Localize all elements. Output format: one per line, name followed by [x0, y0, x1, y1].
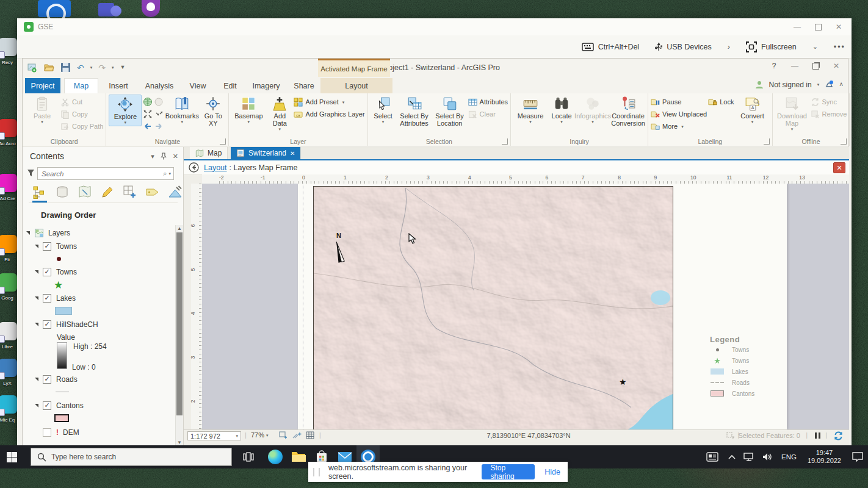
network-icon[interactable] — [740, 445, 758, 468]
snapping-icon[interactable] — [292, 431, 302, 439]
select-by-attributes-button[interactable]: Select By Attributes — [397, 95, 432, 128]
symbol-row[interactable] — [35, 253, 61, 265]
ribbon-tab-insert[interactable]: Insert — [101, 78, 136, 93]
ribbon-tab-project[interactable]: Project — [25, 78, 60, 93]
add-graphics-layer-button[interactable]: caAdd Graphics Layer — [294, 108, 364, 120]
attributes-button[interactable]: Attributes — [468, 96, 508, 108]
volume-icon[interactable] — [758, 445, 776, 468]
roads-line-symbol[interactable] — [56, 392, 69, 392]
contents-tab-order[interactable] — [32, 184, 47, 203]
stop-sharing-button[interactable]: Stop sharing — [482, 464, 535, 479]
task-view-button[interactable] — [237, 445, 260, 468]
layer-checkbox[interactable] — [43, 428, 51, 437]
view-tab-map[interactable]: Map — [190, 147, 228, 159]
remove-button[interactable]: Remove — [811, 108, 847, 120]
close-pane-icon[interactable]: ✕ — [173, 152, 178, 160]
view-unplaced-button[interactable]: View Unplaced — [651, 108, 707, 120]
clear-button[interactable]: Clear — [468, 108, 508, 120]
layer-name[interactable]: Cantons — [56, 401, 84, 410]
layer-checkbox[interactable]: ✓ — [43, 268, 51, 276]
back-button[interactable] — [189, 162, 199, 173]
edge-browser-icon[interactable] — [264, 445, 287, 468]
desktop-icon-lyx[interactable]: LyX — [0, 359, 18, 393]
map-legend[interactable]: Legend Towns★TownsLakesRoadsCantons — [710, 335, 777, 399]
locate-button[interactable]: Locate▾ — [549, 95, 574, 125]
zoom-cluster-button[interactable] — [143, 108, 164, 120]
language-indicator[interactable]: ENG — [781, 453, 797, 461]
layer-checkbox[interactable]: ✓ — [43, 294, 51, 303]
filter-icon[interactable] — [27, 169, 35, 177]
pause-button[interactable]: Pause — [651, 96, 707, 108]
sync-button[interactable]: Sync — [811, 96, 847, 108]
bookmarks-button[interactable]: Bookmarks▾ — [165, 95, 199, 125]
symbol-row[interactable]: ★ — [35, 278, 63, 291]
expand-collapse-icon[interactable] — [35, 245, 38, 248]
expand-collapse-icon[interactable] — [35, 323, 38, 326]
desktop-icon-microsoft-app[interactable]: Mic Eq — [0, 395, 18, 429]
layer-item-lakes[interactable]: ✓Lakes — [35, 292, 76, 304]
desktop-icon-recycle-bin[interactable]: Recy — [0, 38, 18, 72]
layer-item-towns[interactable]: ✓Towns — [35, 265, 77, 278]
hide-sharing-bar-link[interactable]: Hide — [544, 468, 560, 476]
search-caret[interactable]: ▾ — [168, 171, 171, 176]
scale-combo-box[interactable]: 1:172 972▾ — [187, 431, 241, 440]
ribbon-tab-analysis[interactable]: Analysis — [139, 78, 180, 93]
fullscreen-dropdown-chevron[interactable]: ⌄ — [812, 43, 818, 51]
file-explorer-icon[interactable] — [287, 445, 310, 468]
dialog-launcher-icon[interactable] — [841, 138, 847, 145]
desktop-icon-adobe-creative-cloud[interactable]: Ad Cre — [0, 174, 18, 208]
ribbon-tab-share[interactable]: Share — [288, 78, 320, 93]
layer-name[interactable]: HillShadeCH — [56, 320, 98, 329]
collapse-ribbon-chevron[interactable]: ˄ — [839, 81, 843, 88]
zoom-combo-box[interactable]: 77%▾ — [251, 431, 269, 439]
sign-in-status[interactable]: Not signed in — [769, 81, 812, 89]
contents-search-input[interactable] — [38, 170, 163, 178]
ctrl-alt-del-button[interactable]: Ctrl+Alt+Del — [582, 43, 639, 51]
lakes-fill-symbol[interactable] — [55, 307, 72, 315]
ribbon-tab-layout[interactable]: Layout — [320, 78, 392, 93]
north-arrow[interactable]: N — [331, 232, 347, 264]
desktop-icon-adobe-acrobat[interactable]: Ac Acro — [0, 119, 18, 153]
desktop-icon-teams[interactable] — [95, 2, 126, 18]
gse-close-button[interactable]: ✕ — [828, 21, 849, 33]
gse-minimize-button[interactable]: — — [787, 21, 808, 33]
desktop-icon-google-chrome[interactable]: Goog — [0, 273, 18, 307]
paste-button[interactable]: Paste▾ — [25, 95, 59, 125]
infographics-button[interactable]: Infographics▾ — [576, 95, 610, 125]
expand-collapse-icon[interactable] — [35, 404, 38, 407]
expand-collapse-icon[interactable] — [35, 378, 38, 381]
layer-name[interactable]: DEM — [63, 428, 79, 437]
dialog-launcher-icon[interactable] — [220, 138, 226, 145]
layer-item-cantons[interactable]: ✓Cantons — [35, 399, 84, 412]
toolbar-more-button[interactable]: ••• — [834, 43, 845, 51]
grid-icon[interactable] — [306, 431, 314, 439]
copy-path-button[interactable]: Copy Path — [60, 120, 103, 132]
hidden-icons-chevron[interactable] — [724, 445, 740, 468]
pin-icon[interactable] — [161, 152, 167, 160]
contents-tab-edit[interactable] — [100, 184, 115, 201]
gse-maximize-button[interactable] — [808, 21, 828, 33]
notifications-bell-icon[interactable] — [825, 80, 834, 89]
close-activation-button[interactable]: ✕ — [833, 162, 845, 173]
widgets-icon[interactable] — [701, 445, 724, 468]
taskbar-search-box[interactable]: Type here to search — [31, 448, 232, 466]
breadcrumb-layout-link[interactable]: Layout — [204, 163, 227, 172]
layer-item-towns[interactable]: ✓Towns — [35, 240, 77, 253]
desktop-icon-libreoffice[interactable]: Libre — [0, 322, 18, 356]
contents-tab-snap[interactable] — [168, 184, 183, 201]
ribbon-tab-view[interactable]: View — [183, 78, 213, 93]
add-data-button[interactable]: Add Data▾ — [267, 95, 292, 132]
arcgis-close-button[interactable]: ✕ — [826, 60, 847, 72]
arcgis-help-button[interactable]: ? — [764, 60, 784, 72]
layer-checkbox[interactable]: ✓ — [43, 242, 51, 251]
towns-star-symbol[interactable]: ★ — [54, 279, 63, 291]
symbol-row[interactable] — [35, 304, 72, 317]
layer-checkbox[interactable]: ✓ — [43, 375, 51, 384]
desktop-icon-firefox[interactable]: Fir — [0, 235, 18, 269]
refresh-button[interactable] — [834, 431, 843, 440]
convert-button[interactable]: AConvert▾ — [736, 95, 770, 125]
symbol-row[interactable] — [35, 412, 69, 425]
view-tab-switzerland[interactable]: Switzerland✕ — [231, 147, 301, 159]
ribbon-tab-map[interactable]: Map — [64, 78, 98, 93]
layer-name[interactable]: Roads — [56, 375, 78, 384]
